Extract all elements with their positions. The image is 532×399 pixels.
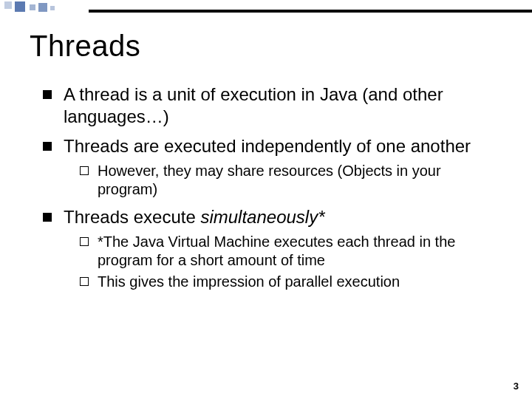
accent-square — [38, 3, 47, 12]
sub-bullet-lead: *The — [98, 233, 133, 250]
bullet-lead: Threads execute — [64, 207, 200, 227]
sub-bullet-item: *The Java Virtual Machine executes each … — [80, 233, 502, 270]
slide-body: Threads A thread is a unit of execution … — [30, 30, 502, 384]
bullet-text: A thread is a unit of execution in Java … — [64, 84, 443, 126]
sub-bullet-lead: However, — [98, 163, 163, 179]
bullet-text: Threads are executed independently of on… — [64, 136, 471, 156]
sub-bullet-list: *The Java Virtual Machine executes each … — [64, 233, 502, 291]
top-accent-bar — [0, 0, 532, 13]
accent-squares — [0, 0, 89, 13]
bullet-italic: simultaneously* — [200, 207, 324, 227]
sub-bullet-list: However, they may share resources (Objec… — [64, 162, 502, 199]
sub-bullet-item: This gives the impression of parallel ex… — [80, 273, 502, 291]
sub-bullet-lead: This — [98, 273, 129, 290]
sub-bullet-text: gives the impression of parallel executi… — [129, 273, 400, 290]
bullet-list: A thread is a unit of execution in Java … — [30, 83, 502, 291]
page-number: 3 — [514, 381, 519, 392]
slide-title: Threads — [30, 30, 502, 63]
bullet-item: Threads execute simultaneously* *The Jav… — [43, 206, 502, 291]
accent-square — [50, 6, 55, 10]
accent-square — [30, 4, 35, 10]
accent-square — [15, 1, 25, 12]
accent-line — [89, 10, 532, 13]
bullet-item: A thread is a unit of execution in Java … — [43, 83, 502, 128]
accent-square — [4, 1, 12, 9]
bullet-item: Threads are executed independently of on… — [43, 135, 502, 199]
sub-bullet-text: Java Virtual Machine executes each threa… — [98, 233, 455, 268]
sub-bullet-item: However, they may share resources (Objec… — [80, 162, 502, 199]
